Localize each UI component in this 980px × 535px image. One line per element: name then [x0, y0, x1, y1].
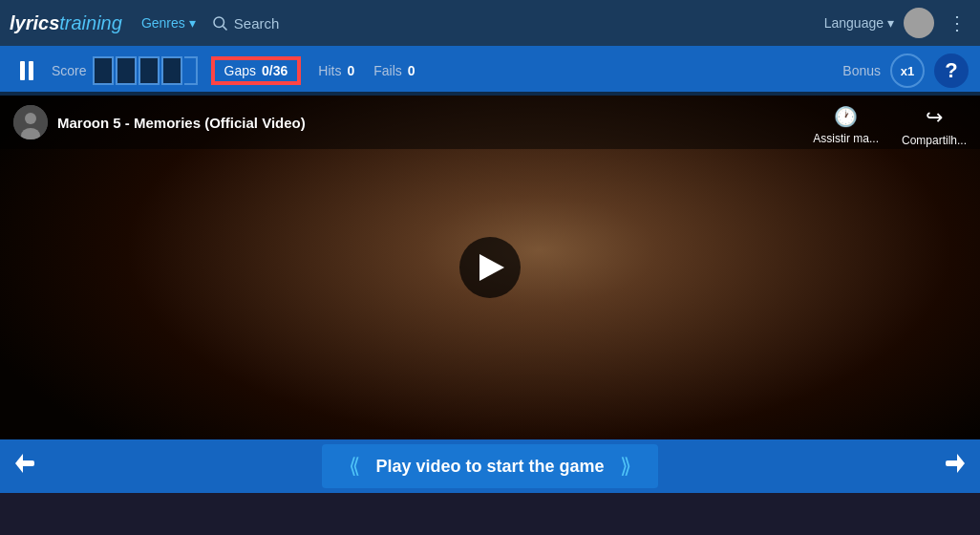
- play-cta[interactable]: ⟪ Play video to start the game ⟫: [322, 444, 657, 488]
- stats-bar: Score Gaps 0/36 Hits 0 Fails 0 Bonus x1 …: [0, 46, 980, 96]
- logo-training: training: [59, 12, 122, 34]
- bonus-badge: x1: [890, 54, 925, 88]
- score-label: Score: [52, 63, 87, 78]
- bottom-bar: ⟪ Play video to start the game ⟫: [0, 439, 980, 493]
- avatar[interactable]: [904, 8, 934, 38]
- svg-marker-6: [15, 454, 23, 473]
- gaps-value: 0/36: [262, 63, 288, 78]
- menu-button[interactable]: ⋮: [944, 11, 970, 34]
- svg-marker-8: [957, 454, 965, 473]
- hits-value: 0: [347, 63, 354, 78]
- fails-label: Fails: [373, 63, 402, 78]
- hits-section: Hits 0: [318, 63, 354, 78]
- video-title: Maroon 5 - Memories (Official Video): [57, 115, 306, 131]
- video-area: Maroon 5 - Memories (Official Video) 🕐 A…: [0, 96, 980, 439]
- nav-left-button[interactable]: [15, 450, 42, 482]
- language-chevron-icon: ▾: [887, 15, 894, 31]
- chevron-left-icon: ⟪: [349, 454, 360, 479]
- language-button[interactable]: Language ▾: [824, 15, 894, 31]
- score-display: [93, 56, 198, 85]
- score-digit-1: [93, 56, 114, 85]
- stats-right: Bonus x1 ?: [842, 54, 969, 88]
- svg-point-3: [25, 113, 36, 124]
- right-arrow-icon: [938, 450, 965, 477]
- bonus-label: Bonus: [842, 63, 881, 78]
- share-button[interactable]: ↪ Compartilh...: [902, 105, 967, 147]
- genres-button[interactable]: Genres ▾: [141, 15, 196, 31]
- watch-more-button[interactable]: 🕐 Assistir ma...: [813, 105, 879, 147]
- score-digit-3: [138, 56, 160, 85]
- hits-label: Hits: [318, 63, 341, 78]
- logo: lyrics training: [10, 12, 122, 34]
- svg-point-0: [214, 17, 224, 28]
- search-icon: [211, 14, 228, 32]
- play-cta-text: Play video to start the game: [375, 457, 604, 477]
- left-arrow-icon: [15, 450, 42, 477]
- pause-icon: [20, 61, 33, 80]
- svg-line-1: [223, 26, 226, 30]
- thumbnail-image: [13, 105, 48, 139]
- watch-more-label: Assistir ma...: [813, 132, 879, 145]
- logo-lyrics: lyrics: [10, 12, 59, 34]
- header: lyrics training Genres ▾ Search Language…: [0, 0, 980, 46]
- chevron-right-icon: ⟫: [620, 454, 631, 479]
- fails-value: 0: [408, 63, 415, 78]
- share-label: Compartilh...: [902, 134, 967, 147]
- gaps-label: Gaps: [224, 63, 256, 78]
- nav-right-button[interactable]: [938, 450, 965, 482]
- fails-section: Fails 0: [373, 63, 415, 78]
- header-right: Language ▾ ⋮: [824, 8, 970, 38]
- pause-button[interactable]: [11, 55, 42, 86]
- video-thumbnail: [13, 105, 48, 139]
- search-label[interactable]: Search: [234, 15, 280, 32]
- score-digit-2: [116, 56, 137, 85]
- help-button[interactable]: ?: [934, 54, 969, 88]
- play-button[interactable]: [459, 237, 521, 298]
- score-digit-4: [161, 56, 182, 85]
- share-icon: ↪: [926, 105, 943, 130]
- chevron-down-icon: ▾: [189, 15, 196, 31]
- gaps-display: Gaps 0/36: [213, 58, 300, 83]
- video-actions: 🕐 Assistir ma... ↪ Compartilh...: [813, 105, 967, 147]
- search-area: Search: [211, 14, 280, 32]
- score-bracket: [184, 56, 198, 85]
- clock-icon: 🕐: [834, 105, 858, 128]
- play-icon: [479, 254, 504, 281]
